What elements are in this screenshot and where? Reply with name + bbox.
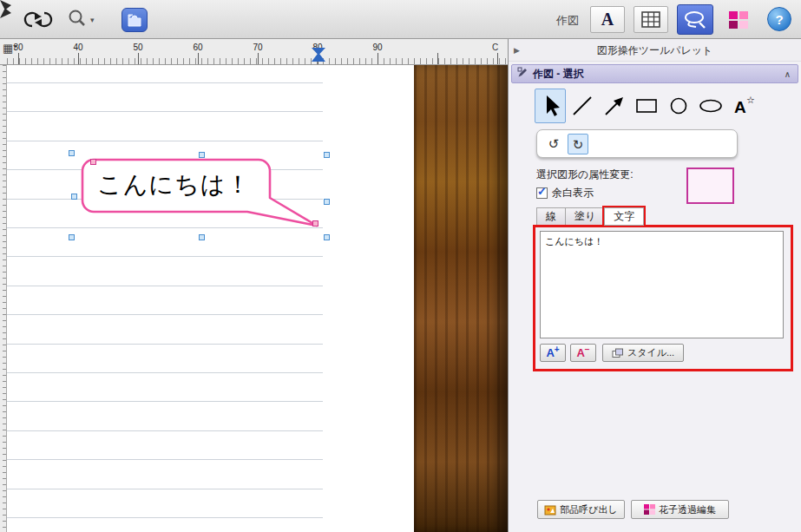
control-handle-tail-tip[interactable]	[312, 220, 318, 227]
hanako-photo-button[interactable]	[724, 7, 753, 33]
circle-icon	[664, 91, 693, 121]
font-decrease-button[interactable]: A−	[570, 344, 596, 362]
margin-checkbox[interactable]: ✓	[536, 187, 548, 199]
chevron-up-icon[interactable]: ∧	[785, 69, 791, 79]
svg-text:A: A	[734, 98, 746, 116]
tab-text[interactable]: 文字	[604, 207, 644, 226]
decorated-text-tool-button[interactable]: A ☆	[727, 89, 758, 123]
shape-style-preview	[686, 167, 734, 204]
hanako-mini-icon	[644, 504, 655, 515]
desk-background	[414, 65, 508, 532]
panel-collapse-arrow-icon[interactable]: ▶	[514, 39, 520, 62]
ruler-number: 60	[189, 43, 207, 52]
undo-redo-icon[interactable]	[23, 9, 54, 30]
vertical-ruler	[0, 65, 7, 532]
circle-tool-button[interactable]	[663, 89, 694, 123]
ruler-number: 50	[129, 43, 147, 52]
minus-icon: −	[585, 345, 590, 354]
selection-handle-bottom-right[interactable]	[324, 234, 330, 240]
selection-handle-bottom-left[interactable]	[69, 234, 75, 240]
line-icon	[568, 91, 597, 121]
attribute-change-label: 選択図形の属性変更:	[536, 167, 634, 182]
rectangle-tool-button[interactable]	[631, 89, 662, 123]
shape-toolbar: A ☆	[535, 89, 758, 123]
font-increase-button[interactable]: A+	[540, 344, 566, 362]
ruler-number: 40	[69, 43, 87, 52]
top-toolbar: ▾ 作図 A	[0, 0, 801, 39]
section-title: 作図 - 選択	[533, 67, 584, 82]
ellipse-tool-button[interactable]	[695, 89, 726, 123]
lasso-icon	[683, 10, 707, 30]
parts-call-button[interactable]: 部品呼び出し	[537, 500, 625, 519]
zoom-tool-button[interactable]: ▾	[62, 7, 104, 32]
palette-header: ▶ 図形操作ツールパレット	[509, 39, 801, 62]
magnifier-icon	[66, 8, 89, 32]
section-header-draw-select[interactable]: 作図 - 選択 ∧	[511, 64, 798, 83]
svg-text:☆: ☆	[746, 95, 755, 105]
shape-select-mode-button[interactable]	[677, 4, 713, 35]
selection-handle-bottom-mid[interactable]	[199, 234, 205, 240]
ruler-number: 90	[369, 43, 386, 52]
zoom-dropdown-icon[interactable]: ▾	[90, 16, 95, 24]
ruler-major-ticks	[18, 53, 508, 64]
text-tool-label: A	[601, 10, 614, 30]
margin-checkbox-label: 余白表示	[552, 186, 594, 200]
parts-icon	[544, 504, 556, 516]
app-window: ▾ 作図 A	[0, 0, 801, 532]
puzzle-icon	[126, 12, 143, 28]
line-tool-button[interactable]	[567, 89, 598, 123]
attribute-tabs: 線 塗り 文字	[536, 207, 644, 226]
hanako-grid-icon	[728, 10, 749, 30]
draw-section-icon	[517, 67, 529, 81]
ellipse-icon	[696, 91, 725, 121]
addin-puzzle-button[interactable]	[121, 8, 148, 32]
hanako-transparent-edit-button[interactable]: 花子透過編集	[631, 500, 729, 519]
selection-handle-top-mid[interactable]	[199, 152, 205, 158]
tool-palette-panel: ▶ 図形操作ツールパレット 作図 - 選択 ∧	[508, 39, 801, 532]
style-layers-icon	[612, 348, 624, 358]
mode-label: 作図	[556, 13, 579, 29]
shape-text-input[interactable]: こんにちは！	[540, 231, 784, 338]
style-button-label: スタイル...	[627, 346, 674, 359]
style-button[interactable]: スタイル...	[602, 344, 684, 362]
cursor-arrow-icon	[535, 91, 565, 121]
canvas[interactable]: こんにちは！	[7, 65, 508, 532]
font-a-glyph: A	[576, 346, 584, 359]
hanako-button-label: 花子透過編集	[659, 503, 716, 516]
arrow-tool-button[interactable]	[599, 89, 630, 123]
palette-title: 図形操作ツールパレット	[597, 44, 713, 56]
check-icon: ✓	[537, 185, 547, 198]
text-direction-box: ↺ ↻	[536, 129, 738, 158]
arrow-icon	[600, 91, 629, 121]
help-question-icon: ?	[775, 12, 783, 27]
ruler-number: 30	[10, 43, 27, 52]
rotate-right-icon-selected[interactable]: ↻	[568, 134, 588, 154]
selection-handle-top-left[interactable]	[69, 150, 75, 156]
margin-display-row[interactable]: ✓ 余白表示	[536, 186, 594, 200]
selection-handle-mid-left[interactable]	[71, 194, 77, 200]
rectangle-icon	[632, 91, 661, 121]
text-star-icon: A ☆	[728, 91, 758, 121]
ruler-right-label: C	[492, 43, 498, 52]
parts-button-label: 部品呼び出し	[560, 503, 618, 516]
horizontal-ruler: ▦▾ 30 40 50 60 70 80 90 C	[0, 39, 508, 65]
font-a-glyph: A	[546, 346, 554, 359]
speech-bubble-text[interactable]: こんにちは！	[97, 168, 251, 201]
tab-line[interactable]: 線	[536, 207, 565, 226]
table-tool-button[interactable]	[634, 6, 668, 33]
help-button[interactable]: ?	[767, 7, 791, 31]
rotate-left-icon[interactable]: ↺	[543, 134, 564, 154]
table-grid-icon	[641, 11, 660, 28]
text-tool-button[interactable]: A	[590, 6, 625, 33]
control-handle-bubble-corner[interactable]	[90, 159, 96, 165]
clipped-edge-icon	[0, 0, 11, 18]
tab-fill[interactable]: 塗り	[565, 207, 604, 226]
ruler-number: 70	[249, 43, 266, 52]
plus-icon: +	[555, 345, 560, 354]
select-tool-button[interactable]	[535, 89, 566, 123]
selection-handle-top-right[interactable]	[324, 152, 330, 158]
selection-handle-mid-right[interactable]	[324, 199, 330, 205]
